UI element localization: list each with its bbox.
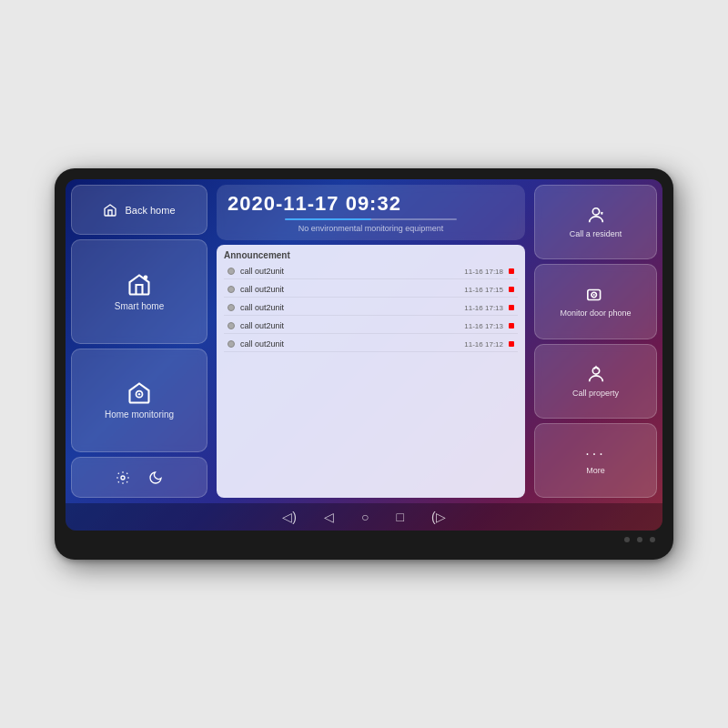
ann-badge <box>509 305 514 310</box>
back-home-tile[interactable]: Back home <box>71 185 207 235</box>
ann-badge <box>509 268 514 274</box>
datetime-display: 2020-11-17 09:32 <box>228 192 514 216</box>
smart-home-icon <box>126 272 152 298</box>
ann-dot <box>228 268 235 275</box>
call-resident-label: Call a resident <box>570 229 622 238</box>
back-button[interactable]: ◁ <box>324 510 334 524</box>
screen: Back home Smart home <box>66 179 662 531</box>
more-tile[interactable]: ··· More <box>534 423 657 498</box>
ann-time: 11-16 17:15 <box>464 286 503 294</box>
device-frame: Back home Smart home <box>55 168 673 560</box>
android-nav-bar: ◁) ◁ ○ □ (▷ <box>66 503 662 531</box>
settings-icon <box>116 470 130 485</box>
left-panel: Back home Smart home <box>71 185 212 498</box>
ann-badge <box>509 323 514 329</box>
moon-icon <box>148 470 163 485</box>
right-panel: Call a resident Monitor door phone <box>530 185 657 498</box>
announcement-list: call out2unit 11-16 17:18 call out2unit … <box>224 264 518 352</box>
call-resident-tile[interactable]: Call a resident <box>534 185 657 259</box>
more-label: More <box>586 466 605 475</box>
progress-bar <box>285 218 457 220</box>
back-home-label: Back home <box>125 205 175 216</box>
police-icon <box>586 365 606 385</box>
ann-time: 11-16 17:13 <box>464 322 503 330</box>
screen-main: Back home Smart home <box>66 179 662 503</box>
ann-title: call out2unit <box>240 267 459 276</box>
ann-badge <box>509 287 514 292</box>
announcement-panel: Announcement call out2unit 11-16 17:18 c… <box>217 245 525 498</box>
recent-button[interactable]: □ <box>397 510 404 524</box>
smart-home-label: Smart home <box>115 301 164 311</box>
home-monitoring-label: Home monitoring <box>105 410 174 420</box>
svg-point-4 <box>592 208 599 215</box>
svg-point-2 <box>138 393 140 395</box>
monitoring-icon <box>126 380 152 406</box>
ann-title: call out2unit <box>240 303 459 312</box>
ann-time: 11-16 17:18 <box>464 268 503 276</box>
ann-dot <box>228 340 235 348</box>
ann-badge <box>509 341 514 347</box>
list-item[interactable]: call out2unit 11-16 17:12 <box>224 337 518 352</box>
ann-title: call out2unit <box>240 339 459 349</box>
svg-point-3 <box>121 476 125 480</box>
home-button[interactable]: ○ <box>361 510 369 524</box>
device-indicator-3 <box>650 537 655 542</box>
home-monitoring-tile[interactable]: Home monitoring <box>71 349 207 453</box>
env-status: No environmental monitoring equipment <box>228 224 514 233</box>
vol-up-icon[interactable]: (▷ <box>431 510 446 524</box>
ann-title: call out2unit <box>240 321 459 330</box>
device-indicator-2 <box>637 537 642 542</box>
smart-home-tile[interactable]: Smart home <box>71 239 207 344</box>
svg-point-8 <box>592 367 599 373</box>
center-panel: 2020-11-17 09:32 No environmental monito… <box>212 185 530 498</box>
device-indicator-1 <box>624 537 630 542</box>
list-item[interactable]: call out2unit 11-16 17:13 <box>224 318 518 334</box>
call-property-tile[interactable]: Call property <box>534 344 657 419</box>
ann-time: 11-16 17:12 <box>464 340 503 349</box>
list-item[interactable]: call out2unit 11-16 17:18 <box>224 264 518 279</box>
ann-dot <box>228 304 235 311</box>
monitor-door-tile[interactable]: Monitor door phone <box>534 264 657 339</box>
progress-fill <box>285 218 371 220</box>
ann-time: 11-16 17:13 <box>464 304 503 312</box>
device-bottom-bar <box>66 531 662 549</box>
vol-down-icon[interactable]: ◁) <box>282 510 297 524</box>
list-item[interactable]: call out2unit 11-16 17:13 <box>224 300 518 316</box>
ann-dot <box>228 322 235 329</box>
camera-icon <box>586 285 606 305</box>
list-item[interactable]: call out2unit 11-16 17:15 <box>224 282 518 298</box>
more-dots: ··· <box>585 446 605 462</box>
person-icon <box>586 206 606 226</box>
call-property-label: Call property <box>572 389 619 398</box>
datetime-area: 2020-11-17 09:32 No environmental monito… <box>217 185 525 240</box>
ann-dot <box>228 286 235 293</box>
home-icon <box>103 203 117 217</box>
announcement-header: Announcement <box>224 250 518 260</box>
ann-title: call out2unit <box>240 285 459 294</box>
settings-tile[interactable] <box>71 457 207 498</box>
monitor-door-label: Monitor door phone <box>560 308 631 318</box>
svg-point-7 <box>592 294 594 296</box>
